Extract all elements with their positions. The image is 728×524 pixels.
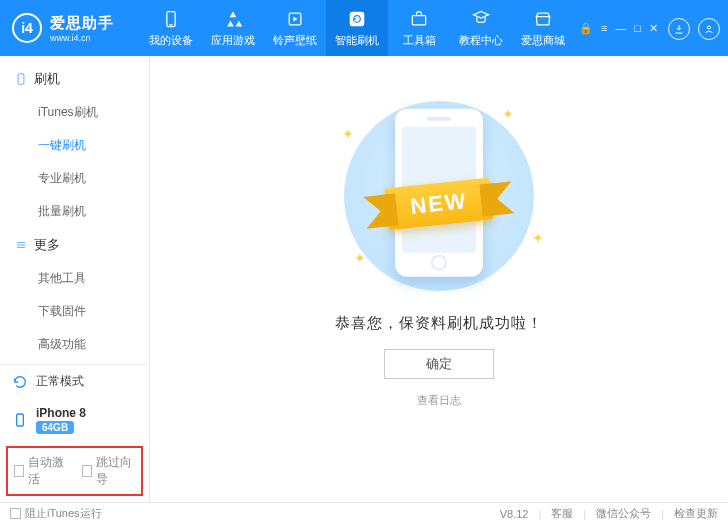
close-icon[interactable]: ✕: [649, 22, 658, 35]
tutorial-icon: [471, 9, 491, 29]
minimize-icon[interactable]: —: [615, 22, 626, 35]
sidebar-item-other-tools[interactable]: 其他工具: [0, 262, 149, 295]
topnav-label: 工具箱: [403, 33, 436, 48]
device-mode-label: 正常模式: [36, 373, 84, 390]
brand-text: 爱思助手 www.i4.cn: [50, 14, 114, 43]
topnav-label: 爱思商城: [521, 33, 565, 48]
separator: |: [538, 508, 541, 520]
topnav-apps[interactable]: 应用游戏: [202, 0, 264, 56]
menu-icon[interactable]: ≡: [601, 22, 607, 35]
checkbox-box-icon: [82, 465, 92, 477]
checkbox-auto-activate[interactable]: 自动激活: [14, 454, 68, 488]
device-info: iPhone 8 64GB: [36, 406, 86, 434]
highlighted-options: 自动激活 跳过向导: [6, 446, 143, 496]
device-icon: [14, 72, 28, 86]
main-pane: ✦ ✦ ✦ ✦ NEW 恭喜您，保资料刷机成功啦！ 确定 查看日志: [150, 56, 728, 502]
brand-name-en: www.i4.cn: [50, 33, 114, 43]
sidebar-bottom: 正常模式 iPhone 8 64GB 自动激活 跳过向导: [0, 364, 149, 502]
device-storage-badge: 64GB: [36, 421, 74, 434]
topnav-label: 我的设备: [149, 33, 193, 48]
footer-right: V8.12 | 客服 | 微信公众号 | 检查更新: [500, 506, 718, 521]
sidebar-item-batch-flash[interactable]: 批量刷机: [0, 195, 149, 228]
topnav-store[interactable]: 爱思商城: [512, 0, 574, 56]
apps-icon: [223, 9, 243, 29]
sidebar-item-pro-flash[interactable]: 专业刷机: [0, 162, 149, 195]
app-header: i4 爱思助手 www.i4.cn 我的设备 应用游戏 铃声壁纸 智能刷机 工具…: [0, 0, 728, 56]
brand-name-cn: 爱思助手: [50, 14, 114, 33]
separator: |: [661, 508, 664, 520]
download-button[interactable]: [668, 18, 690, 40]
header-right: 🔒 ≡ — □ ✕: [579, 0, 728, 56]
sidebar-item-advanced[interactable]: 高级功能: [0, 328, 149, 361]
ok-button[interactable]: 确定: [384, 349, 494, 379]
svg-rect-4: [412, 15, 425, 24]
svg-point-5: [708, 26, 711, 29]
ringtone-icon: [285, 9, 305, 29]
topnav-label: 铃声壁纸: [273, 33, 317, 48]
separator: |: [583, 508, 586, 520]
success-illustration: ✦ ✦ ✦ ✦ NEW: [324, 96, 554, 296]
view-log-link[interactable]: 查看日志: [417, 393, 461, 408]
footer-link-wechat[interactable]: 微信公众号: [596, 506, 651, 521]
top-nav: 我的设备 应用游戏 铃声壁纸 智能刷机 工具箱 教程中心 爱思商城: [140, 0, 574, 56]
sidebar: 刷机 iTunes刷机 一键刷机 专业刷机 批量刷机 更多 其他工具 下载固件 …: [0, 56, 150, 502]
maximize-icon[interactable]: □: [634, 22, 641, 35]
checkbox-label: 跳过向导: [96, 454, 135, 488]
device-row[interactable]: iPhone 8 64GB: [0, 398, 149, 442]
checkbox-skip-guide[interactable]: 跳过向导: [82, 454, 136, 488]
brand-logo-icon: i4: [12, 13, 42, 43]
spark-icon: ✦: [502, 106, 514, 122]
sidebar-scroll: 刷机 iTunes刷机 一键刷机 专业刷机 批量刷机 更多 其他工具 下载固件 …: [0, 56, 149, 364]
topnav-label: 教程中心: [459, 33, 503, 48]
sidebar-group-title: 更多: [34, 236, 60, 254]
topnav-toolbox[interactable]: 工具箱: [388, 0, 450, 56]
version-label: V8.12: [500, 508, 529, 520]
window-controls: 🔒 ≡ — □ ✕: [579, 22, 658, 35]
sidebar-group-flash[interactable]: 刷机: [0, 62, 149, 96]
sidebar-group-more[interactable]: 更多: [0, 228, 149, 262]
checkbox-block-itunes[interactable]: 阻止iTunes运行: [10, 506, 102, 521]
device-name: iPhone 8: [36, 406, 86, 420]
svg-rect-3: [350, 12, 363, 25]
more-icon: [14, 238, 28, 252]
spark-icon: ✦: [342, 126, 354, 142]
device-phone-icon: [12, 412, 28, 428]
toolbox-icon: [409, 9, 429, 29]
checkbox-box-icon: [10, 508, 21, 519]
status-bar: 阻止iTunes运行 V8.12 | 客服 | 微信公众号 | 检查更新: [0, 502, 728, 524]
sidebar-group-title: 刷机: [34, 70, 60, 88]
svg-rect-10: [17, 414, 24, 426]
app-body: 刷机 iTunes刷机 一键刷机 专业刷机 批量刷机 更多 其他工具 下载固件 …: [0, 56, 728, 502]
checkbox-label: 阻止iTunes运行: [25, 506, 102, 521]
checkbox-box-icon: [14, 465, 24, 477]
topnav-ringtone[interactable]: 铃声壁纸: [264, 0, 326, 56]
lock-icon[interactable]: 🔒: [579, 22, 593, 35]
user-button[interactable]: [698, 18, 720, 40]
topnav-label: 智能刷机: [335, 33, 379, 48]
sidebar-item-download-firmware[interactable]: 下载固件: [0, 295, 149, 328]
footer-link-update[interactable]: 检查更新: [674, 506, 718, 521]
device-mode-row[interactable]: 正常模式: [0, 365, 149, 398]
store-icon: [533, 9, 553, 29]
topnav-label: 应用游戏: [211, 33, 255, 48]
footer-link-service[interactable]: 客服: [551, 506, 573, 521]
sidebar-item-itunes-flash[interactable]: iTunes刷机: [0, 96, 149, 129]
sidebar-item-onekey-flash[interactable]: 一键刷机: [0, 129, 149, 162]
topnav-flash[interactable]: 智能刷机: [326, 0, 388, 56]
spark-icon: ✦: [354, 250, 366, 266]
mode-refresh-icon: [12, 374, 28, 390]
phone-icon: [161, 9, 181, 29]
brand: i4 爱思助手 www.i4.cn: [0, 0, 140, 56]
topnav-my-device[interactable]: 我的设备: [140, 0, 202, 56]
checkbox-label: 自动激活: [28, 454, 67, 488]
svg-rect-6: [18, 74, 24, 85]
refresh-icon: [347, 9, 367, 29]
success-message: 恭喜您，保资料刷机成功啦！: [335, 314, 543, 333]
topnav-tutorial[interactable]: 教程中心: [450, 0, 512, 56]
spark-icon: ✦: [532, 230, 544, 246]
